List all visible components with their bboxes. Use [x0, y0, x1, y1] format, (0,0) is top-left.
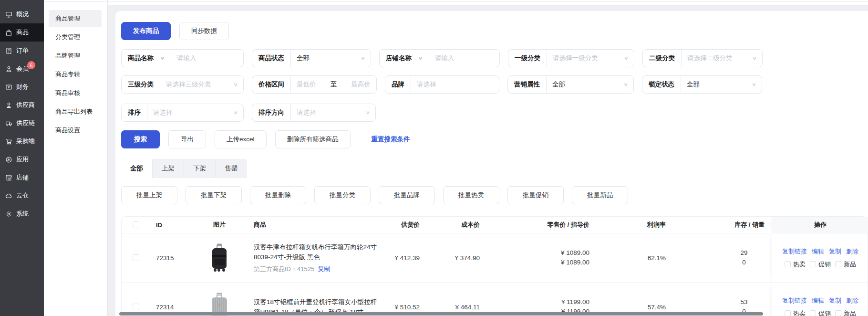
filter-sort-direction[interactable]: 排序方向 请选择∨	[252, 104, 376, 122]
hot-sale-checkbox[interactable]	[785, 261, 791, 267]
hot-sale-checkbox[interactable]	[785, 310, 791, 316]
header-profit-rate: 利润率	[616, 221, 668, 229]
gear-icon	[5, 211, 12, 218]
filter-sort[interactable]: 排序 请选择∨	[121, 104, 244, 122]
sidebar-item-stores[interactable]: 店铺	[0, 169, 44, 187]
new-product-checkbox[interactable]	[835, 261, 841, 267]
batch-delete-button[interactable]: 批量删除	[250, 186, 306, 204]
delete-action[interactable]: 删除	[846, 247, 858, 256]
max-price-input[interactable]: 最高价	[351, 80, 371, 89]
min-price-input[interactable]: 最低价	[297, 80, 316, 89]
upload-excel-button[interactable]: 上传excel	[215, 130, 267, 148]
filter-lock-status[interactable]: 锁定状态 全部∨	[642, 75, 762, 94]
sidebar-item-purchasing[interactable]: 采购端	[0, 132, 44, 150]
filter-label: 排序方向	[258, 108, 284, 117]
product-status-select[interactable]: 全部∨	[291, 50, 371, 67]
category-level3-select[interactable]: 请选择三级分类∨	[160, 76, 243, 93]
filter-product-name[interactable]: 商品名称∨ 请输入	[121, 49, 244, 67]
product-id: 72315	[150, 254, 191, 262]
edit-action[interactable]: 编辑	[812, 296, 824, 305]
filter-category-level1[interactable]: 一级分类 请选择一级分类∨	[508, 49, 634, 67]
submenu-item-category-management[interactable]: 分类管理	[49, 29, 102, 46]
row-checkbox[interactable]	[133, 304, 139, 310]
category-level1-select[interactable]: 请选择一级分类∨	[547, 50, 634, 67]
sidebar-item-system[interactable]: 系统	[0, 205, 44, 223]
delete-action[interactable]: 删除	[846, 296, 858, 305]
tab-all[interactable]: 全部	[121, 159, 153, 178]
delete-filtered-products-button[interactable]: 删除所有筛选商品	[275, 130, 351, 148]
sync-data-button[interactable]: 同步数据	[179, 22, 229, 40]
copy-action[interactable]: 复制	[829, 247, 841, 256]
brand-select[interactable]: 请选择	[411, 76, 499, 93]
product-name-input[interactable]: 请输入	[171, 50, 243, 67]
filter-category-level2[interactable]: 二级分类 请选择二级分类∨	[642, 49, 763, 67]
header-stock-sales: 库存 / 销量	[668, 220, 772, 230]
batch-category-button[interactable]: 批量分类	[314, 186, 371, 204]
batch-actions: 批量上架 批量下架 批量删除 批量分类 批量品牌 批量热卖 批量促销 批量新品	[121, 186, 868, 204]
batch-on-shelf-button[interactable]: 批量上架	[121, 186, 177, 204]
edit-action[interactable]: 编辑	[812, 247, 824, 256]
batch-brand-button[interactable]: 批量品牌	[379, 186, 435, 204]
retail-price: ¥ 1089.00	[480, 248, 589, 258]
tab-sold-out[interactable]: 售罄	[216, 159, 247, 178]
sidebar-item-apps[interactable]: 应用	[0, 150, 44, 169]
select-all-checkbox[interactable]	[133, 221, 139, 228]
reset-search-link[interactable]: 重置搜索条件	[372, 135, 410, 144]
filter-price-range[interactable]: 价格区间 最低价 至 最高价	[252, 75, 377, 94]
filter-brand[interactable]: 品牌 请选择	[385, 75, 499, 94]
submenu-item-product-settings[interactable]: 商品设置	[49, 122, 102, 139]
toolbar: 发布商品 同步数据	[121, 22, 868, 40]
horizontal-scrollbar[interactable]	[119, 312, 763, 316]
batch-hot-sale-button[interactable]: 批量热卖	[443, 186, 499, 204]
sort-select[interactable]: 请选择∨	[147, 104, 243, 121]
submenu-item-product-albums[interactable]: 商品专辑	[49, 66, 102, 83]
shop-name-input[interactable]: 请输入	[429, 50, 499, 67]
lock-status-select[interactable]: 全部∨	[681, 76, 762, 93]
filter-marketing-attribute[interactable]: 营销属性 全部∨	[507, 75, 634, 94]
tab-off-shelf[interactable]: 下架	[184, 159, 216, 178]
cart-icon	[5, 138, 12, 145]
filter-shop-name[interactable]: 店铺名称∨ 请输入	[379, 49, 500, 67]
submenu-item-brand-management[interactable]: 品牌管理	[49, 47, 102, 64]
filter-category-level3[interactable]: 三级分类 请选择三级分类∨	[121, 75, 244, 94]
table-row: 72315 汉客牛津布拉杆箱女帆布行李箱万向轮24寸8039-24寸-升级版 黑…	[122, 233, 868, 283]
filter-row-1: 商品名称∨ 请输入 商品状态 全部∨ 店铺名称∨ 请输入 一级分类 请选择一级分…	[121, 49, 868, 67]
submenu-item-product-review[interactable]: 商品审核	[49, 84, 102, 102]
submenu-item-product-management[interactable]: 商品管理	[49, 10, 102, 27]
copy-action[interactable]: 复制	[829, 296, 841, 305]
marketing-attribute-select[interactable]: 全部∨	[547, 76, 633, 93]
tab-on-shelf[interactable]: 上架	[153, 159, 184, 178]
category-level2-select[interactable]: 请选择二级分类∨	[682, 50, 762, 67]
batch-new-product-button[interactable]: 批量新品	[572, 186, 628, 204]
promotion-checkbox[interactable]	[810, 310, 816, 316]
sidebar-item-supply-chain[interactable]: 供应链	[0, 114, 44, 132]
submenu-item-product-export-list[interactable]: 商品导出列表	[49, 103, 102, 120]
sidebar-item-orders[interactable]: 订单	[0, 42, 44, 60]
copy-link-action[interactable]: 复制链接	[782, 247, 807, 256]
filter-label: 一级分类	[515, 54, 540, 63]
sidebar-item-members[interactable]: 会员 6	[0, 60, 44, 78]
filter-product-status[interactable]: 商品状态 全部∨	[252, 49, 371, 67]
batch-promotion-button[interactable]: 批量促销	[507, 186, 564, 204]
sort-direction-select[interactable]: 请选择∨	[291, 104, 375, 121]
batch-off-shelf-button[interactable]: 批量下架	[186, 186, 242, 204]
search-button[interactable]: 搜索	[121, 130, 160, 148]
new-product-label: 新品	[844, 309, 856, 316]
copy-link-action[interactable]: 复制链接	[782, 296, 807, 305]
chevron-down-icon: ∨	[624, 56, 629, 60]
promotion-checkbox[interactable]	[810, 261, 816, 267]
sidebar-item-products[interactable]: 商品	[0, 23, 44, 42]
header-image: 图片	[191, 221, 248, 229]
chevron-down-icon: ∨	[623, 82, 628, 86]
sidebar-item-overview[interactable]: 概况	[0, 5, 44, 23]
copy-third-party-id-link[interactable]: 复制	[318, 265, 330, 273]
sidebar-item-suppliers[interactable]: 供应商	[0, 96, 44, 114]
publish-product-button[interactable]: 发布商品	[121, 22, 171, 40]
new-product-checkbox[interactable]	[835, 310, 841, 316]
sidebar-item-finance[interactable]: 财务	[0, 78, 44, 96]
monitor-icon	[5, 11, 12, 18]
row-checkbox[interactable]	[133, 254, 139, 261]
export-button[interactable]: 导出	[168, 130, 206, 148]
sidebar-item-cloud-warehouse[interactable]: 云仓	[0, 187, 44, 205]
price-range-separator: 至	[331, 80, 337, 89]
